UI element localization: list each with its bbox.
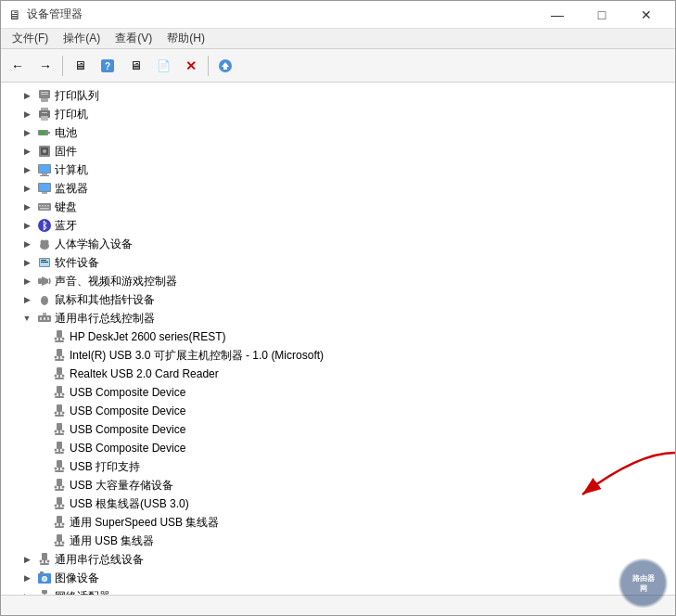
svg-rect-24 [39,184,50,191]
update-button[interactable] [212,53,238,79]
tree-item-battery[interactable]: ▶ 电池 [1,123,675,142]
maximize-button[interactable]: □ [580,1,623,29]
tree-item-label: 图像设备 [55,571,99,586]
tree-item-keyboard[interactable]: ▶ 键盘 [1,198,675,216]
svg-point-95 [62,486,65,489]
tree-child-intel-usb[interactable]: ▶ Intel(R) USB 3.0 可扩展主机控制器 - 1.0 (Micro… [1,346,675,365]
svg-rect-20 [39,165,50,173]
usb-composite-icon [52,422,67,437]
tree-child-usb-composite-4[interactable]: ▶ USB Composite Device [1,439,675,457]
print-queue-icon [37,88,52,103]
tree-item-usb-controllers[interactable]: ▼ 通用串行总线控制器 [1,309,675,327]
document-button[interactable]: 📄 [150,53,176,79]
menu-action[interactable]: 操作(A) [56,29,108,48]
svg-rect-71 [57,404,62,412]
svg-point-105 [55,523,57,526]
tree-item-imaging[interactable]: ▶ 图像设备 [1,569,675,587]
tree-item-label: USB 根集线器(USB 3.0) [70,496,189,512]
help-icon-button[interactable]: ? [95,53,121,79]
tree-item-label: 蓝牙 [55,218,77,234]
usb-composite-icon [52,404,67,418]
expand-icon: ▶ [19,255,34,270]
svg-rect-99 [55,507,64,509]
menu-file[interactable]: 文件(F) [5,29,56,48]
tree-item-label: 声音、视频和游戏控制器 [55,274,177,289]
tree-child-hp[interactable]: ▶ HP DeskJet 2600 series(REST) [1,327,675,346]
tree-item-label: Intel(R) USB 3.0 可扩展主机控制器 - 1.0 (Microso… [70,348,324,364]
expand-icon: ▶ [19,88,34,103]
minimize-button[interactable]: — [536,1,579,29]
imaging-icon [37,571,52,585]
tree-item-monitor[interactable]: ▶ 监视器 [1,179,675,198]
tree-child-usb-mass-storage[interactable]: ▶ USB 大容量存储设备 [1,476,675,494]
tree-item-label: HP DeskJet 2600 series(REST) [70,330,226,343]
svg-rect-63 [55,378,64,379]
firmware-icon [37,144,52,159]
svg-marker-42 [42,276,48,286]
close-button[interactable]: ✕ [625,1,668,29]
svg-point-100 [55,505,57,507]
svg-rect-68 [55,396,64,398]
expand-icon: ▶ [19,552,34,567]
tree-item-printer[interactable]: ▶ 打印机 [1,105,675,123]
usb-composite-icon [52,441,67,456]
tree-item-bluetooth[interactable]: ▶ ᛒ 蓝牙 [1,216,675,235]
svg-rect-83 [55,452,64,454]
svg-point-18 [43,149,46,153]
svg-rect-15 [39,131,45,135]
toolbar: ← → 🖥 ? 🖥 📄 ✕ [1,49,675,83]
tree-item-label: Realtek USB 2.0 Card Reader [70,367,219,380]
tree-item-label: 鼠标和其他指针设备 [55,292,155,308]
forward-button[interactable]: → [32,53,58,79]
tree-item-print-queue[interactable]: ▶ 打印队列 [1,86,675,105]
expand-icon: ▶ [19,107,34,122]
toolbar-separator-2 [208,56,209,76]
tree-child-realtek[interactable]: ▶ Realtek USB 2.0 Card Reader [1,365,675,383]
svg-text:?: ? [105,61,110,71]
svg-rect-22 [40,175,49,176]
svg-point-80 [62,430,65,433]
tree-child-usb-composite-3[interactable]: ▶ USB Composite Device [1,420,675,439]
usb-card-icon [52,366,67,381]
tree-child-usb-composite-2[interactable]: ▶ USB Composite Device [1,402,675,420]
tree-child-usb-composite-1[interactable]: ▶ USB Composite Device [1,383,675,402]
tree-child-superspeed-hub[interactable]: ▶ 通用 SuperSpeed USB 集线器 [1,513,675,532]
tree-item-mouse[interactable]: ▶ 鼠标和其他指针设备 [1,290,675,309]
tree-child-usb-print[interactable]: ▶ USB 打印支持 [1,457,675,476]
tree-item-usb-devices[interactable]: ▶ 通用串行总线设备 [1,550,675,569]
menu-help[interactable]: 帮助(H) [159,29,212,48]
mouse-icon [37,292,52,307]
monitor-button[interactable]: 🖥 [122,53,148,79]
tree-child-usb-hub-30[interactable]: ▶ USB 根集线器(USB 3.0) [1,494,675,513]
error-button[interactable]: ✕ [178,53,204,79]
usb-devices-icon [37,552,52,567]
device-tree[interactable]: ▶ 打印队列 ▶ 打印机 ▶ 电池 ▶ 固件 [1,83,675,595]
computer-button[interactable]: 🖥 [67,53,93,79]
svg-rect-6 [41,98,48,102]
tree-child-generic-hub[interactable]: ▶ 通用 USB 集线器 [1,532,675,550]
svg-rect-50 [43,313,46,315]
tree-item-firmware[interactable]: ▶ 固件 [1,142,675,160]
menu-view[interactable]: 查看(V) [108,29,159,48]
expand-icon: ▶ [19,162,34,177]
svg-rect-97 [57,497,62,505]
svg-point-55 [62,338,65,340]
svg-point-85 [62,449,65,452]
tree-item-network[interactable]: ▶ 网络适配器 [1,587,675,595]
network-icon [37,589,52,595]
tree-item-computer[interactable]: ▶ 计算机 [1,160,675,179]
svg-rect-29 [45,205,46,207]
tree-item-hid[interactable]: ▶ 人体学输入设备 [1,235,675,253]
svg-rect-40 [41,262,48,263]
svg-rect-93 [55,489,64,491]
back-button[interactable]: ← [5,53,31,79]
svg-rect-7 [41,92,48,93]
device-manager-window: 🖥 设备管理器 — □ ✕ 文件(F) 操作(A) 查看(V) 帮助(H) ← … [0,0,676,616]
svg-rect-73 [55,415,64,417]
tree-item-audio[interactable]: ▶ 声音、视频和游戏控制器 [1,272,675,290]
tree-item-label: 电池 [55,125,77,141]
svg-rect-104 [55,526,64,528]
tree-item-software[interactable]: ▶ 软件设备 [1,253,675,272]
generic-hub-icon [52,533,67,548]
usb-device-icon [52,329,67,344]
